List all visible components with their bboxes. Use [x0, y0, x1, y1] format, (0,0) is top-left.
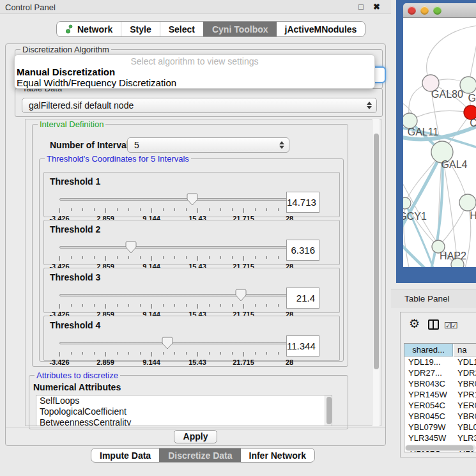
tab-label: Cyni Toolbox — [212, 24, 268, 35]
cell-name: YLR3 — [457, 433, 476, 443]
tick-mark — [255, 256, 256, 259]
network-node-green[interactable] — [403, 197, 411, 209]
network-node-green[interactable] — [459, 194, 476, 211]
float-window-icon[interactable]: □ — [358, 2, 364, 12]
tick-mark — [174, 352, 175, 355]
tick-mark — [71, 208, 72, 211]
node-label: HAP2 — [440, 250, 466, 261]
slider-thumb[interactable] — [187, 193, 198, 206]
network-edge[interactable] — [410, 111, 471, 121]
network-edge[interactable] — [427, 26, 476, 83]
threshold-label: Threshold 4 — [50, 320, 100, 330]
dropdown-option[interactable]: Manual Discretization — [16, 66, 373, 77]
table-row[interactable]: YBR043CYBR0 — [404, 378, 476, 389]
group-title: Threshold's Coordinates for 5 Intervals — [45, 154, 191, 164]
column-header-shared-name[interactable]: shared... — [404, 344, 453, 357]
tab-style[interactable]: Style — [121, 22, 159, 36]
scrollbar-thumb[interactable] — [326, 397, 332, 424]
tab-network[interactable]: Network — [57, 22, 121, 36]
slider-tick-labels: -3.4262.8599.14415.4321.71528 — [59, 358, 289, 366]
tab-infer-network[interactable]: Infer Network — [241, 449, 314, 462]
attribute-list-item[interactable]: SelfLoops — [36, 395, 332, 406]
slider-track[interactable] — [59, 246, 289, 249]
slider-track[interactable] — [59, 342, 289, 344]
cell-name: YDR2 — [457, 368, 476, 378]
threshold-row: Threshold 4-3.4262.8599.14415.4321.71528… — [43, 316, 340, 361]
threshold-value-field[interactable]: 6.316 — [286, 240, 319, 261]
threshold-slider[interactable]: -3.4262.8599.14415.4321.71528 — [59, 192, 289, 217]
scrollbar-thumb[interactable] — [406, 445, 473, 450]
apply-button[interactable]: Apply — [174, 430, 217, 443]
number-of-intervals-combobox[interactable]: 5 — [127, 137, 289, 153]
column-header-name[interactable]: na — [454, 344, 476, 357]
slider-thumb[interactable] — [235, 289, 247, 302]
cell-shared-name: YBR045C — [408, 411, 445, 421]
threshold-slider[interactable]: -3.4262.8599.14415.4321.71528 — [59, 335, 289, 361]
network-icon — [65, 24, 73, 34]
slider-thumb[interactable] — [162, 337, 173, 349]
tick-mark — [117, 208, 118, 211]
tab-cyni-toolbox[interactable]: Cyni Toolbox — [203, 22, 277, 36]
split-columns-icon[interactable] — [428, 319, 439, 330]
table-panel: Table Panel ⚙ ☑☑ shared... na YDL19...YD… — [391, 289, 476, 476]
threshold-slider[interactable]: -3.4262.8599.14415.4321.71528 — [59, 240, 289, 265]
network-graph: GAL80GACGAL11GAL4GCY1HHAP2 — [403, 18, 476, 267]
close-icon[interactable]: ✖ — [373, 2, 380, 12]
zoom-traffic-light[interactable] — [433, 6, 441, 15]
apply-strip: Apply — [6, 427, 385, 445]
main-scrollbar[interactable] — [372, 119, 383, 426]
numerical-attributes-list[interactable]: SelfLoopsTopologicalCoefficientBetweenne… — [36, 395, 332, 426]
tick-mark — [232, 304, 233, 307]
tab-label: Network — [77, 24, 112, 35]
node-attribute-table[interactable]: shared... na YDL19...YDL1YDR27...YDR2YBR… — [404, 343, 476, 452]
table-row[interactable]: YER054CYER0 — [404, 400, 476, 411]
attribute-list-item[interactable]: BetweennessCentrality — [36, 417, 332, 426]
tick-mark — [59, 208, 60, 213]
network-canvas[interactable]: GAL80GACGAL11GAL4GCY1HHAP2 — [403, 18, 476, 267]
tab-jactivemnodules[interactable]: jActiveMNodules — [277, 22, 365, 36]
table-row[interactable]: YBL079WYBL0 — [404, 422, 476, 433]
slider-track[interactable] — [59, 294, 289, 296]
combobox-value: 5 — [134, 140, 139, 150]
checked-checkboxes-icon[interactable]: ☑☑ — [444, 321, 456, 330]
list-scrollbar[interactable] — [325, 395, 332, 426]
slider-ticks — [59, 352, 289, 357]
table-data-group: Table Data galFiltered.sif default node — [15, 88, 383, 117]
table-horizontal-scrollbar[interactable] — [405, 445, 476, 451]
slider-thumb[interactable] — [125, 241, 137, 254]
scrollbar-thumb[interactable] — [374, 134, 379, 369]
tick-mark — [163, 352, 164, 355]
network-window-titlebar[interactable] — [403, 3, 476, 18]
tick-mark — [128, 352, 129, 355]
tick-mark — [266, 208, 267, 211]
threshold-slider[interactable]: -3.4262.8599.14415.4321.71528 — [59, 288, 289, 313]
threshold-value-field[interactable]: 11.344 — [286, 335, 319, 357]
table-row[interactable]: YBR045CYBR0 — [404, 411, 476, 422]
tab-impute-data[interactable]: Impute Data — [91, 449, 159, 462]
spinner-arrows-icon[interactable] — [367, 98, 372, 112]
threshold-row: Threshold 2-3.4262.8599.14415.4321.71528… — [43, 220, 340, 265]
threshold-label: Threshold 1 — [50, 176, 100, 187]
spinner-arrows-icon[interactable] — [279, 138, 284, 152]
minimize-traffic-light[interactable] — [420, 6, 429, 15]
table-row[interactable]: YLR345WYLR3 — [404, 433, 476, 443]
table-data-combobox[interactable]: galFiltered.sif default node — [22, 98, 377, 113]
slider-track[interactable] — [59, 198, 289, 201]
tab-discretize-data[interactable]: Discretize Data — [159, 449, 240, 462]
attribute-list-item[interactable]: TopologicalCoefficient — [36, 406, 332, 417]
dropdown-option[interactable]: Equal Width/Frequency Discretization — [16, 77, 373, 88]
tick-mark — [278, 304, 279, 307]
table-row[interactable]: YPR145WYPR1 — [404, 389, 476, 400]
tab-select[interactable]: Select — [160, 22, 203, 36]
gear-icon[interactable]: ⚙ — [409, 316, 420, 331]
tick-mark — [243, 352, 244, 357]
table-row[interactable]: YDL19...YDL1 — [404, 357, 476, 367]
threshold-value-field[interactable]: 21.4 — [286, 288, 319, 309]
table-panel-title: Table Panel — [404, 294, 450, 303]
close-traffic-light[interactable] — [408, 6, 416, 15]
table-row[interactable]: YDR27...YDR2 — [404, 367, 476, 378]
threshold-value-field[interactable]: 14.713 — [286, 192, 319, 213]
bottom-tab-bar: Impute DataDiscretize DataInfer Network — [91, 448, 315, 463]
settings-scrollpane: Interval Definition Number of Intervals … — [25, 119, 381, 426]
tick-mark — [255, 208, 256, 211]
